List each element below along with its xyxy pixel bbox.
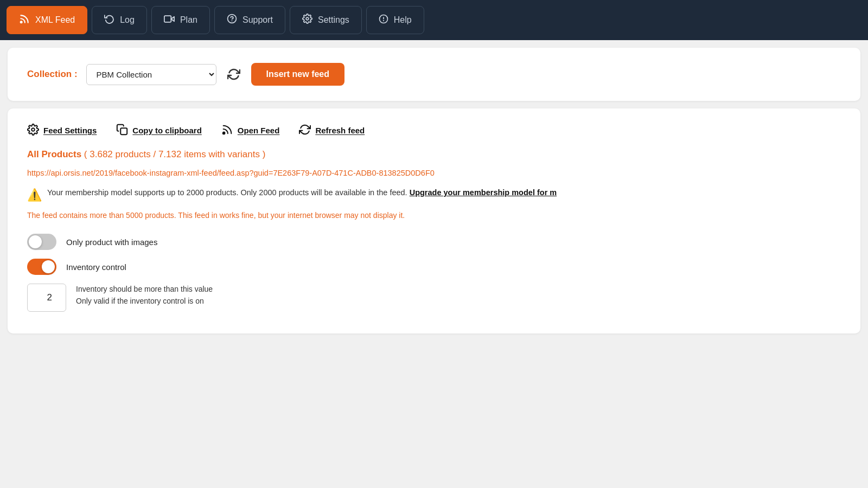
feed-stats: ( 3.682 products / 7.132 items with vari… (84, 149, 266, 159)
copy-icon (116, 124, 128, 137)
feed-settings-button[interactable]: Feed Settings (27, 124, 97, 137)
refresh-small-icon (227, 68, 240, 81)
inventory-toggle-knob (42, 260, 55, 273)
refresh-icon (299, 124, 311, 137)
nav-log-label: Log (120, 15, 135, 25)
gear-icon (27, 124, 39, 137)
open-feed-button[interactable]: Open Feed (221, 124, 280, 137)
collection-row: Collection : PBM Collection All Products… (27, 63, 841, 86)
nav-xml-feed[interactable]: XML Feed (7, 6, 87, 34)
navbar: XML Feed Log Plan Support Settings Help (0, 0, 868, 40)
inventory-toggle-track (27, 259, 56, 275)
feed-toolbar: Feed Settings Copy to clipboard Open Fee… (27, 124, 841, 137)
upgrade-link[interactable]: Upgrade your membership model for m (410, 188, 557, 197)
collection-label: Collection : (27, 69, 78, 80)
images-toggle-track (27, 234, 56, 250)
inventory-toggle[interactable] (27, 259, 56, 275)
inventory-toggle-row: Inventory control (27, 259, 841, 275)
info-icon (379, 14, 388, 27)
inventory-row: Inventory should be more than this value… (27, 284, 841, 312)
svg-point-11 (223, 132, 225, 134)
feed-title: All Products ( 3.682 products / 7.132 it… (27, 149, 841, 160)
plan-icon (164, 14, 175, 27)
nav-settings[interactable]: Settings (290, 6, 362, 34)
settings-icon (302, 14, 312, 27)
svg-point-5 (306, 17, 309, 20)
nav-plan-label: Plan (180, 15, 197, 25)
nav-support-label: Support (242, 15, 273, 25)
inventory-toggle-label: Inventory control (66, 262, 126, 272)
open-feed-label: Open Feed (238, 126, 280, 135)
warning-icon: ⚠️ (27, 188, 42, 202)
copy-clipboard-button[interactable]: Copy to clipboard (116, 124, 202, 137)
nav-help[interactable]: Help (366, 6, 424, 34)
svg-point-0 (20, 21, 23, 23)
warning-main-text: Your membership model supports up to 200… (47, 188, 407, 197)
insert-new-feed-button[interactable]: Insert new feed (251, 63, 344, 86)
refresh-feed-label: Refresh feed (315, 126, 365, 135)
copy-clipboard-label: Copy to clipboard (132, 126, 202, 135)
svg-rect-2 (164, 16, 171, 22)
inventory-desc2: Only valid if the inventory control is o… (76, 296, 213, 307)
refresh-feed-button[interactable]: Refresh feed (299, 124, 365, 137)
inventory-description: Inventory should be more than this value… (76, 284, 213, 307)
feed-settings-label: Feed Settings (43, 126, 97, 135)
history-icon (104, 14, 114, 27)
nav-xml-feed-label: XML Feed (35, 15, 75, 25)
warning-text: Your membership model supports up to 200… (47, 188, 557, 197)
nav-support[interactable]: Support (214, 6, 285, 34)
feed-url[interactable]: https://api.orsis.net/2019/facebook-inst… (27, 169, 841, 177)
nav-plan[interactable]: Plan (151, 6, 210, 34)
feed-title-text: All Products (27, 149, 81, 159)
images-toggle-knob (29, 235, 42, 248)
svg-rect-10 (121, 128, 127, 134)
inventory-desc1: Inventory should be more than this value (76, 284, 213, 296)
nav-help-label: Help (394, 15, 412, 25)
refresh-collection-button[interactable] (225, 66, 242, 83)
images-toggle-row: Only product with images (27, 234, 841, 250)
feed-secondary-warning: The feed contains more than 5000 product… (27, 211, 841, 220)
inventory-value-input[interactable] (27, 284, 66, 312)
images-toggle[interactable] (27, 234, 56, 250)
collection-select[interactable]: PBM Collection All Products Summer Colle… (86, 64, 216, 85)
support-icon (227, 14, 237, 27)
collection-card: Collection : PBM Collection All Products… (8, 48, 860, 101)
rss-feed-icon (221, 124, 233, 137)
nav-settings-label: Settings (318, 15, 349, 25)
nav-log[interactable]: Log (92, 6, 147, 34)
rss-icon (19, 14, 30, 27)
svg-point-9 (31, 128, 35, 131)
warning-row: ⚠️ Your membership model supports up to … (27, 188, 841, 202)
feed-card: Feed Settings Copy to clipboard Open Fee… (8, 108, 860, 333)
images-toggle-label: Only product with images (66, 237, 157, 247)
